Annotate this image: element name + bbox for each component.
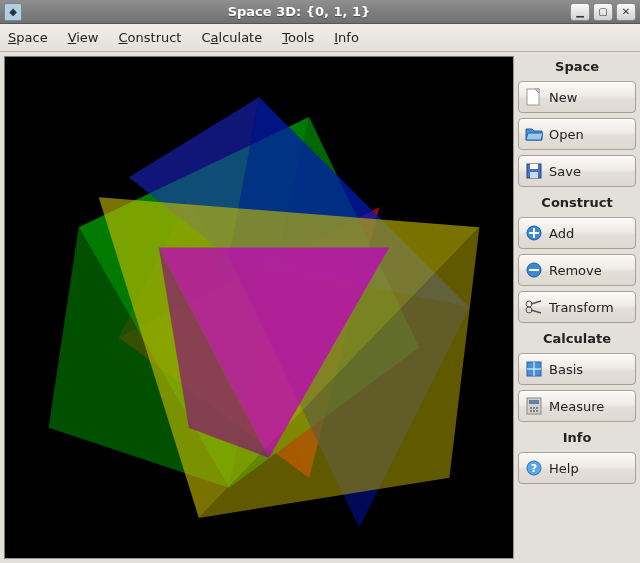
section-title-info: Info (518, 427, 636, 447)
save-label: Save (549, 164, 629, 179)
save-icon (525, 162, 543, 180)
svg-rect-28 (529, 400, 539, 404)
measure-label: Measure (549, 399, 629, 414)
menu-info[interactable]: Info (334, 30, 359, 45)
maximize-button[interactable]: ▢ (593, 3, 613, 21)
basis-icon (525, 360, 543, 378)
svg-rect-19 (529, 232, 539, 234)
add-label: Add (549, 226, 629, 241)
section-title-construct: Construct (518, 192, 636, 212)
measure-icon (525, 397, 543, 415)
svg-point-34 (536, 410, 538, 412)
add-button[interactable]: Add (518, 217, 636, 249)
save-button[interactable]: Save (518, 155, 636, 187)
svg-rect-16 (530, 172, 538, 178)
open-label: Open (549, 127, 629, 142)
remove-icon (525, 261, 543, 279)
window-controls: ▁ ▢ ✕ (570, 3, 636, 21)
sidebar: Space New Open Save Construct Add (518, 56, 636, 559)
remove-label: Remove (549, 263, 629, 278)
menu-view[interactable]: View (68, 30, 99, 45)
new-icon (525, 88, 543, 106)
measure-button[interactable]: Measure (518, 390, 636, 422)
menubar: Space View Construct Calculate Tools Inf… (0, 24, 640, 52)
menu-construct[interactable]: Construct (119, 30, 182, 45)
close-button[interactable]: ✕ (616, 3, 636, 21)
viewport-3d[interactable] (4, 56, 514, 559)
minimize-button[interactable]: ▁ (570, 3, 590, 21)
add-icon (525, 224, 543, 242)
svg-point-30 (533, 407, 535, 409)
basis-label: Basis (549, 362, 629, 377)
svg-point-32 (530, 410, 532, 412)
svg-rect-15 (530, 164, 538, 169)
svg-point-29 (530, 407, 532, 409)
menu-calculate[interactable]: Calculate (201, 30, 262, 45)
new-button[interactable]: New (518, 81, 636, 113)
transform-label: Transform (549, 300, 629, 315)
svg-rect-21 (529, 269, 539, 271)
app-icon: ◆ (4, 3, 22, 21)
svg-text:?: ? (531, 462, 537, 475)
client-area: Space New Open Save Construct Add (0, 52, 640, 563)
window-title: Space 3D: {0, 1, 1} (28, 4, 570, 19)
menu-space[interactable]: Space (8, 30, 48, 45)
open-icon (525, 125, 543, 143)
help-icon: ? (525, 459, 543, 477)
help-label: Help (549, 461, 629, 476)
help-button[interactable]: ? Help (518, 452, 636, 484)
new-label: New (549, 90, 629, 105)
menu-tools[interactable]: Tools (282, 30, 314, 45)
transform-button[interactable]: Transform (518, 291, 636, 323)
open-button[interactable]: Open (518, 118, 636, 150)
titlebar: ◆ Space 3D: {0, 1, 1} ▁ ▢ ✕ (0, 0, 640, 24)
transform-icon (525, 298, 543, 316)
basis-button[interactable]: Basis (518, 353, 636, 385)
remove-button[interactable]: Remove (518, 254, 636, 286)
section-title-space: Space (518, 56, 636, 76)
svg-point-31 (536, 407, 538, 409)
section-title-calculate: Calculate (518, 328, 636, 348)
svg-point-33 (533, 410, 535, 412)
